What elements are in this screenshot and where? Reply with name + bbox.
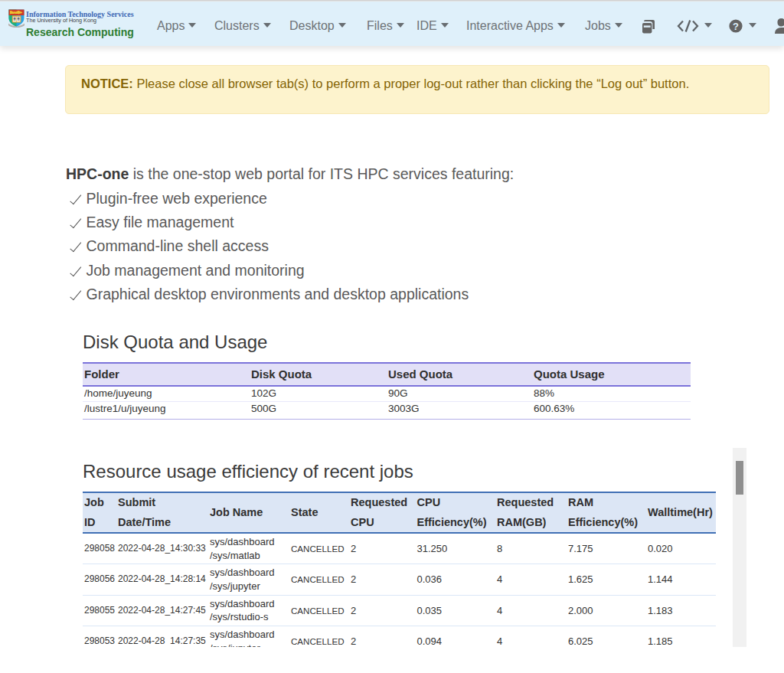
svg-text:?: ? xyxy=(733,21,739,32)
